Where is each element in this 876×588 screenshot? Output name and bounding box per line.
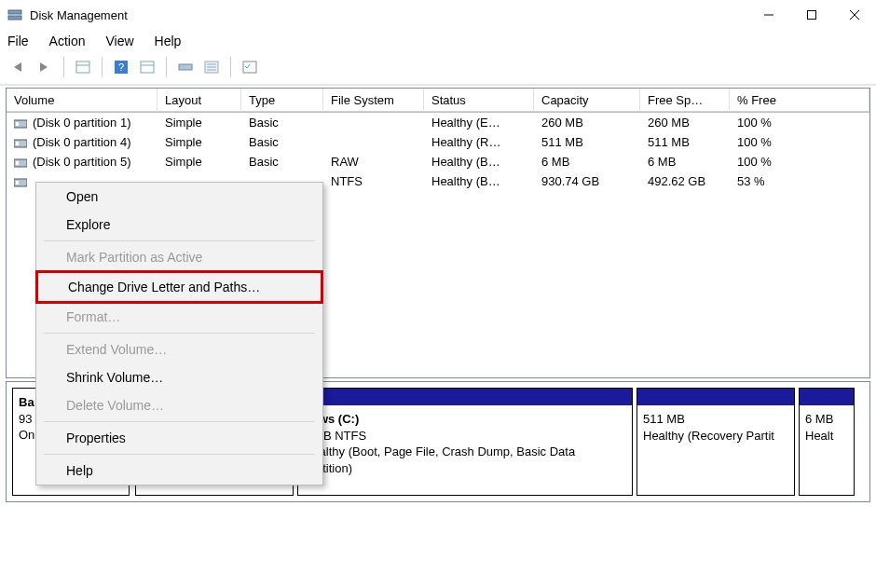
- menubar: File Action View Help: [0, 30, 876, 52]
- svg-rect-23: [16, 161, 19, 165]
- cell-filesystem: [323, 115, 424, 130]
- context-menu-item[interactable]: Help: [36, 457, 322, 485]
- partition-color-bar: [298, 389, 632, 405]
- back-button[interactable]: [7, 56, 30, 78]
- col-pctfree[interactable]: % Free: [730, 89, 869, 112]
- context-menu-item: Extend Volume…: [36, 335, 322, 363]
- cell-freespace: 511 MB: [640, 134, 730, 150]
- svg-rect-1: [8, 16, 21, 20]
- partition-block[interactable]: dows (C:)4 GB NTFSHealthy (Boot, Page Fi…: [297, 388, 633, 496]
- maximize-icon: [807, 10, 816, 20]
- toolbar: ?: [0, 52, 876, 86]
- col-status[interactable]: Status: [424, 89, 534, 112]
- help-icon: ?: [114, 60, 129, 75]
- svg-rect-3: [808, 11, 816, 20]
- disk-icon: [178, 60, 193, 75]
- partition-color-bar: [637, 389, 794, 405]
- col-capacity[interactable]: Capacity: [534, 89, 640, 112]
- toolbar-btn-3[interactable]: [174, 56, 197, 78]
- svg-rect-25: [16, 181, 19, 185]
- toolbar-btn-5[interactable]: [239, 56, 261, 78]
- minimize-icon: [764, 10, 773, 20]
- cell-status: Healthy (B…: [424, 173, 534, 189]
- window-controls: [747, 0, 876, 30]
- cell-volume: (Disk 0 partition 5): [7, 154, 157, 170]
- table-row[interactable]: (Disk 0 partition 5)SimpleBasicRAWHealth…: [7, 152, 869, 171]
- partition-name: dows (C:): [304, 411, 626, 428]
- context-menu-item: Mark Partition as Active: [36, 243, 322, 271]
- cell-capacity: 930.74 GB: [534, 173, 640, 189]
- table-body: (Disk 0 partition 1)SimpleBasicHealthy (…: [7, 113, 869, 191]
- partition-size: 6 MB: [805, 411, 848, 428]
- menu-view[interactable]: View: [105, 34, 133, 48]
- cell-status: Healthy (R…: [424, 134, 534, 150]
- toolbar-separator: [230, 57, 231, 77]
- partition-size: 4 GB NTFS: [304, 428, 626, 444]
- col-volume[interactable]: Volume: [7, 89, 157, 112]
- arrow-left-icon: [10, 61, 27, 74]
- context-menu-item[interactable]: Properties: [36, 424, 322, 452]
- cell-layout: Simple: [157, 134, 241, 150]
- cell-pctfree: 53 %: [730, 173, 869, 189]
- svg-rect-0: [8, 10, 21, 14]
- titlebar: Disk Management: [0, 0, 876, 30]
- context-menu-item[interactable]: Explore: [36, 211, 322, 239]
- svg-rect-19: [16, 122, 19, 126]
- maximize-button[interactable]: [790, 0, 833, 30]
- svg-rect-12: [179, 64, 192, 70]
- context-menu-item: Delete Volume…: [36, 391, 322, 419]
- cell-pctfree: 100 %: [730, 115, 869, 130]
- context-menu-item[interactable]: Open: [36, 183, 322, 211]
- col-layout[interactable]: Layout: [157, 89, 241, 112]
- cell-status: Healthy (B…: [424, 154, 534, 170]
- svg-text:?: ?: [118, 62, 124, 73]
- context-menu-separator: [44, 333, 315, 334]
- cell-freespace: 6 MB: [640, 154, 730, 170]
- help-button[interactable]: ?: [110, 56, 132, 78]
- app-icon: [7, 7, 22, 22]
- forward-button[interactable]: [34, 56, 56, 78]
- partition-status: Healthy (Boot, Page File, Crash Dump, Ba…: [304, 444, 626, 476]
- menu-file[interactable]: File: [7, 34, 29, 48]
- check-list-icon: [242, 60, 257, 75]
- context-menu-item[interactable]: Change Drive Letter and Paths…: [35, 270, 323, 304]
- toolbar-btn-2[interactable]: [136, 56, 158, 78]
- context-menu-item: Format…: [36, 303, 322, 331]
- table-row[interactable]: (Disk 0 partition 4)SimpleBasicHealthy (…: [7, 132, 869, 152]
- col-type[interactable]: Type: [241, 89, 323, 112]
- toolbar-separator: [63, 57, 64, 77]
- context-menu-separator: [44, 421, 315, 422]
- col-filesystem[interactable]: File System: [323, 89, 424, 112]
- context-menu-item[interactable]: Shrink Volume…: [36, 363, 322, 391]
- partition-block[interactable]: 511 MBHealthy (Recovery Partit: [636, 388, 795, 496]
- cell-layout: Simple: [157, 115, 241, 130]
- cell-freespace: 260 MB: [640, 115, 730, 130]
- cell-capacity: 511 MB: [534, 134, 640, 150]
- table-row[interactable]: (Disk 0 partition 1)SimpleBasicHealthy (…: [7, 113, 869, 132]
- cell-freespace: 492.62 GB: [640, 173, 730, 189]
- panel-icon: [75, 60, 90, 75]
- cell-capacity: 6 MB: [534, 154, 640, 170]
- panel-icon: [140, 60, 155, 75]
- partition-block[interactable]: 6 MBHealt: [799, 388, 855, 496]
- svg-rect-6: [76, 62, 89, 73]
- minimize-button[interactable]: [747, 0, 790, 30]
- toolbar-separator: [102, 57, 103, 77]
- close-button[interactable]: [833, 0, 876, 30]
- cell-filesystem: NTFS: [323, 173, 424, 189]
- menu-action[interactable]: Action: [49, 34, 86, 48]
- col-freespace[interactable]: Free Sp…: [640, 89, 730, 112]
- toolbar-btn-1[interactable]: [72, 56, 94, 78]
- cell-volume: (Disk 0 partition 1): [7, 115, 157, 130]
- toolbar-separator: [166, 57, 167, 77]
- arrow-right-icon: [36, 61, 53, 74]
- toolbar-btn-4[interactable]: [200, 56, 223, 78]
- cell-filesystem: RAW: [323, 154, 424, 170]
- context-menu: OpenExploreMark Partition as ActiveChang…: [35, 182, 323, 485]
- context-menu-separator: [44, 454, 315, 455]
- cell-pctfree: 100 %: [730, 134, 869, 150]
- svg-rect-10: [141, 62, 154, 73]
- menu-help[interactable]: Help: [155, 34, 182, 48]
- context-menu-separator: [44, 240, 315, 241]
- cell-pctfree: 100 %: [730, 154, 869, 170]
